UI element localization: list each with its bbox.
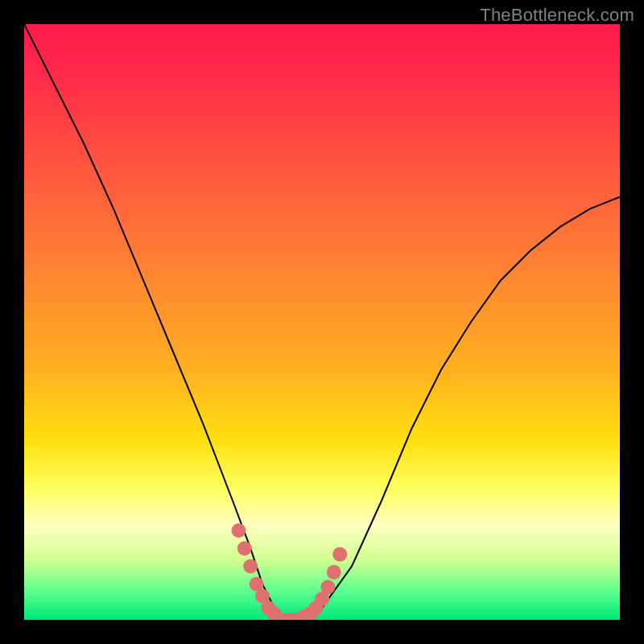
curve-marker (231, 523, 246, 538)
curve-marker (320, 580, 335, 594)
watermark-text: TheBottleneck.com (480, 5, 634, 26)
marker-group (231, 523, 347, 620)
gradient-plot-area (24, 24, 620, 620)
curve-marker (332, 547, 347, 562)
curve-marker (243, 559, 258, 573)
curve-marker (327, 565, 341, 580)
curve-svg (24, 24, 620, 620)
bottleneck-curve (24, 24, 620, 620)
curve-marker (237, 541, 252, 555)
